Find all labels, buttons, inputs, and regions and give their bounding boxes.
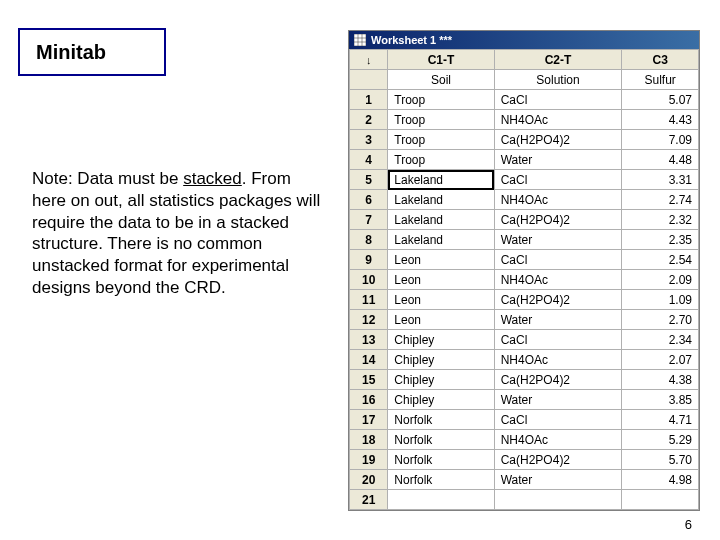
- cell[interactable]: Water: [494, 390, 622, 410]
- row-header[interactable]: 15: [350, 370, 388, 390]
- cell[interactable]: 2.74: [622, 190, 699, 210]
- corner-cell[interactable]: ↓: [350, 50, 388, 70]
- cell[interactable]: Lakeland: [388, 190, 494, 210]
- table-row[interactable]: 9LeonCaCl2.54: [350, 250, 699, 270]
- cell[interactable]: 2.54: [622, 250, 699, 270]
- cell[interactable]: Ca(H2PO4)2: [494, 130, 622, 150]
- cell[interactable]: NH4OAc: [494, 190, 622, 210]
- cell[interactable]: Troop: [388, 130, 494, 150]
- cell[interactable]: Chipley: [388, 330, 494, 350]
- table-row[interactable]: 6LakelandNH4OAc2.74: [350, 190, 699, 210]
- cell[interactable]: Norfolk: [388, 410, 494, 430]
- row-header[interactable]: 19: [350, 450, 388, 470]
- column-header-row[interactable]: ↓ C1-T C2-T C3: [350, 50, 699, 70]
- cell[interactable]: Norfolk: [388, 450, 494, 470]
- cell[interactable]: 5.29: [622, 430, 699, 450]
- table-row[interactable]: 1TroopCaCl5.07: [350, 90, 699, 110]
- cell[interactable]: Troop: [388, 150, 494, 170]
- cell[interactable]: 3.31: [622, 170, 699, 190]
- cell[interactable]: NH4OAc: [494, 110, 622, 130]
- col-header-c2[interactable]: C2-T: [494, 50, 622, 70]
- cell[interactable]: NH4OAc: [494, 270, 622, 290]
- table-row[interactable]: 14ChipleyNH4OAc2.07: [350, 350, 699, 370]
- table-row[interactable]: 18NorfolkNH4OAc5.29: [350, 430, 699, 450]
- cell[interactable]: [494, 490, 622, 510]
- table-row[interactable]: 17NorfolkCaCl4.71: [350, 410, 699, 430]
- cell[interactable]: Leon: [388, 270, 494, 290]
- cell[interactable]: Leon: [388, 310, 494, 330]
- row-header[interactable]: 10: [350, 270, 388, 290]
- table-row[interactable]: 3TroopCa(H2PO4)27.09: [350, 130, 699, 150]
- cell[interactable]: CaCl: [494, 250, 622, 270]
- row-header[interactable]: 20: [350, 470, 388, 490]
- cell[interactable]: Chipley: [388, 390, 494, 410]
- col-name-c1[interactable]: Soil: [388, 70, 494, 90]
- col-name-c2[interactable]: Solution: [494, 70, 622, 90]
- cell[interactable]: Water: [494, 230, 622, 250]
- table-row[interactable]: 20NorfolkWater4.98: [350, 470, 699, 490]
- cell[interactable]: CaCl: [494, 410, 622, 430]
- cell[interactable]: [622, 490, 699, 510]
- col-header-c1[interactable]: C1-T: [388, 50, 494, 70]
- cell[interactable]: 2.09: [622, 270, 699, 290]
- row-header[interactable]: 11: [350, 290, 388, 310]
- cell[interactable]: Chipley: [388, 350, 494, 370]
- cell[interactable]: Norfolk: [388, 430, 494, 450]
- cell[interactable]: Water: [494, 310, 622, 330]
- row-header[interactable]: 17: [350, 410, 388, 430]
- table-row[interactable]: 15ChipleyCa(H2PO4)24.38: [350, 370, 699, 390]
- cell[interactable]: Lakeland: [388, 230, 494, 250]
- cell[interactable]: 4.98: [622, 470, 699, 490]
- row-header[interactable]: 13: [350, 330, 388, 350]
- cell[interactable]: 4.38: [622, 370, 699, 390]
- table-row[interactable]: 4TroopWater4.48: [350, 150, 699, 170]
- table-row[interactable]: 11LeonCa(H2PO4)21.09: [350, 290, 699, 310]
- row-header[interactable]: 18: [350, 430, 388, 450]
- cell[interactable]: NH4OAc: [494, 350, 622, 370]
- table-row[interactable]: 10LeonNH4OAc2.09: [350, 270, 699, 290]
- cell[interactable]: 2.07: [622, 350, 699, 370]
- cell[interactable]: Leon: [388, 250, 494, 270]
- cell[interactable]: 2.35: [622, 230, 699, 250]
- row-header[interactable]: 2: [350, 110, 388, 130]
- cell[interactable]: Lakeland: [388, 210, 494, 230]
- cell[interactable]: CaCl: [494, 170, 622, 190]
- cell[interactable]: Chipley: [388, 370, 494, 390]
- cell[interactable]: Ca(H2PO4)2: [494, 210, 622, 230]
- cell[interactable]: Ca(H2PO4)2: [494, 370, 622, 390]
- row-header[interactable]: 5: [350, 170, 388, 190]
- row-header[interactable]: 6: [350, 190, 388, 210]
- cell[interactable]: Ca(H2PO4)2: [494, 450, 622, 470]
- cell[interactable]: 2.32: [622, 210, 699, 230]
- cell[interactable]: 3.85: [622, 390, 699, 410]
- cell[interactable]: 4.48: [622, 150, 699, 170]
- cell[interactable]: [388, 490, 494, 510]
- cell[interactable]: NH4OAc: [494, 430, 622, 450]
- table-row[interactable]: 2TroopNH4OAc4.43: [350, 110, 699, 130]
- table-row[interactable]: 12LeonWater2.70: [350, 310, 699, 330]
- cell[interactable]: 7.09: [622, 130, 699, 150]
- name-row-head[interactable]: [350, 70, 388, 90]
- table-row[interactable]: 19NorfolkCa(H2PO4)25.70: [350, 450, 699, 470]
- row-header[interactable]: 8: [350, 230, 388, 250]
- column-name-row[interactable]: SoilSolutionSulfur: [350, 70, 699, 90]
- row-header[interactable]: 7: [350, 210, 388, 230]
- table-row[interactable]: 21: [350, 490, 699, 510]
- row-header[interactable]: 14: [350, 350, 388, 370]
- row-header[interactable]: 16: [350, 390, 388, 410]
- row-header[interactable]: 4: [350, 150, 388, 170]
- table-row[interactable]: 5LakelandCaCl3.31: [350, 170, 699, 190]
- cell[interactable]: 2.34: [622, 330, 699, 350]
- row-header[interactable]: 1: [350, 90, 388, 110]
- cell[interactable]: 2.70: [622, 310, 699, 330]
- table-row[interactable]: 7LakelandCa(H2PO4)22.32: [350, 210, 699, 230]
- cell[interactable]: 4.43: [622, 110, 699, 130]
- cell[interactable]: Norfolk: [388, 470, 494, 490]
- cell[interactable]: 4.71: [622, 410, 699, 430]
- worksheet-grid[interactable]: ↓ C1-T C2-T C3 SoilSolutionSulfur1TroopC…: [349, 49, 699, 510]
- table-row[interactable]: 13ChipleyCaCl2.34: [350, 330, 699, 350]
- cell[interactable]: CaCl: [494, 90, 622, 110]
- cell[interactable]: 5.70: [622, 450, 699, 470]
- table-row[interactable]: 16ChipleyWater3.85: [350, 390, 699, 410]
- cell[interactable]: Lakeland: [388, 170, 494, 190]
